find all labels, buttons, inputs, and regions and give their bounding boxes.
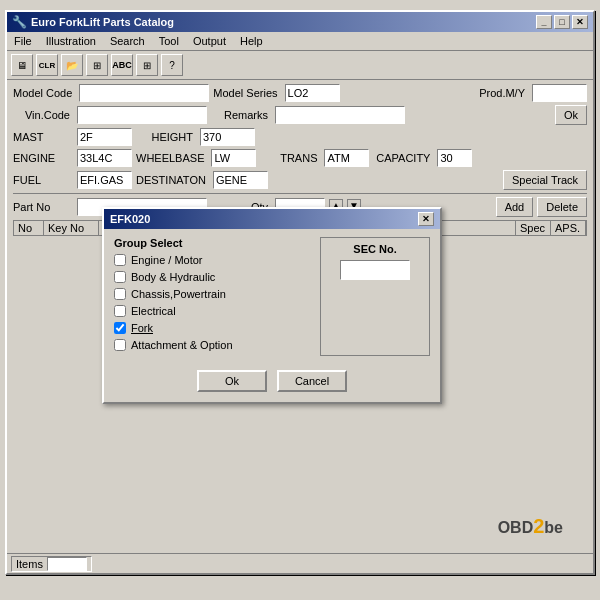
vin-code-label: Vin.Code [13,109,73,121]
menu-output[interactable]: Output [190,34,229,48]
toolbar-btn-grid2[interactable]: ⊞ [136,54,158,76]
menubar: File Illustration Search Tool Output Hel… [7,32,593,51]
menu-illustration[interactable]: Illustration [43,34,99,48]
dialog-body: Group Select Engine / Motor Body & Hydra… [104,229,440,364]
checkbox-chassis-input[interactable] [114,288,126,300]
prod-my-input[interactable] [532,84,587,102]
checkbox-chassis: Chassis,Powertrain [114,288,312,300]
dialog-footer: Ok Cancel [104,364,440,402]
logo-2: 2 [533,515,544,537]
checkbox-body-input[interactable] [114,271,126,283]
obd-logo: OBD2be [498,515,563,538]
group-select-panel: Group Select Engine / Motor Body & Hydra… [114,237,312,356]
checkbox-attachment: Attachment & Option [114,339,312,351]
fuel-input[interactable] [77,171,132,189]
maximize-button[interactable]: □ [554,15,570,29]
toolbar-btn-open[interactable]: 📂 [61,54,83,76]
capacity-label: CAPACITY [373,152,433,164]
group-select-label: Group Select [114,237,312,249]
form-row-3: MAST HEIGHT [13,128,587,146]
toolbar-btn-abc[interactable]: ABC [111,54,133,76]
model-code-input[interactable] [79,84,209,102]
trans-label: TRANS [260,152,320,164]
ok-button[interactable]: Ok [555,105,587,125]
col-spec: Spec [516,221,551,235]
checkbox-electrical-input[interactable] [114,305,126,317]
checkbox-chassis-label: Chassis,Powertrain [131,288,226,300]
vin-code-input[interactable] [77,106,207,124]
prod-my-label: Prod.M/Y [468,87,528,99]
remarks-label: Remarks [211,109,271,121]
model-code-label: Model Code [13,87,75,99]
wheelbase-input[interactable] [211,149,256,167]
mast-input[interactable] [77,128,132,146]
engine-label: ENGINE [13,152,73,164]
checkbox-body: Body & Hydraulic [114,271,312,283]
wheelbase-label: WHEELBASE [136,152,207,164]
col-no: No [14,221,44,235]
logo-obd: OBD [498,519,534,536]
checkbox-electrical-label: Electrical [131,305,176,317]
dialog-title-bar: EFK020 ✕ [104,209,440,229]
sec-no-input[interactable] [340,260,410,280]
items-status: Items [11,556,92,572]
checkbox-fork: Fork [114,322,312,334]
checkbox-engine: Engine / Motor [114,254,312,266]
remarks-input[interactable] [275,106,405,124]
special-track-button[interactable]: Special Track [503,170,587,190]
height-label: HEIGHT [136,131,196,143]
minimize-button[interactable]: _ [536,15,552,29]
window-title: Euro ForkLift Parts Catalog [31,16,174,28]
col-key-no: Key No [44,221,99,235]
sec-no-label: SEC No. [326,243,424,255]
model-series-input[interactable] [285,84,340,102]
form-row-1: Model Code Model Series Prod.M/Y [13,84,587,102]
form-row-5: FUEL DESTINATON Special Track [13,170,587,190]
form-row-4: ENGINE WHEELBASE TRANS CAPACITY [13,149,587,167]
destination-input[interactable] [213,171,268,189]
title-bar: 🔧 Euro ForkLift Parts Catalog _ □ ✕ [7,12,593,32]
dialog-efk020: EFK020 ✕ Group Select Engine / Motor Bod… [102,207,442,404]
delete-button[interactable]: Delete [537,197,587,217]
col-aps: APS. [551,221,586,235]
checkbox-attachment-label: Attachment & Option [131,339,233,351]
fuel-label: FUEL [13,174,73,186]
menu-file[interactable]: File [11,34,35,48]
engine-input[interactable] [77,149,132,167]
toolbar-btn-help[interactable]: ? [161,54,183,76]
checkbox-engine-input[interactable] [114,254,126,266]
part-no-label: Part No [13,201,73,213]
menu-search[interactable]: Search [107,34,148,48]
destination-label: DESTINATON [136,174,209,186]
add-button[interactable]: Add [496,197,534,217]
checkbox-attachment-input[interactable] [114,339,126,351]
dialog-close-button[interactable]: ✕ [418,212,434,226]
items-input[interactable] [47,557,87,571]
checkbox-fork-input[interactable] [114,322,126,334]
dialog-ok-button[interactable]: Ok [197,370,267,392]
mast-label: MAST [13,131,73,143]
statusbar: Items [7,553,593,573]
window-controls: _ □ ✕ [536,15,588,29]
sec-no-panel: SEC No. [320,237,430,356]
menu-tool[interactable]: Tool [156,34,182,48]
form-row-2: Vin.Code Remarks Ok [13,105,587,125]
capacity-input[interactable] [437,149,472,167]
model-series-label: Model Series [213,87,280,99]
toolbar-btn-clr[interactable]: CLR [36,54,58,76]
menu-help[interactable]: Help [237,34,266,48]
checkbox-electrical: Electrical [114,305,312,317]
items-label: Items [16,558,43,570]
close-button[interactable]: ✕ [572,15,588,29]
dialog-cancel-button[interactable]: Cancel [277,370,347,392]
toolbar-btn-grid[interactable]: ⊞ [86,54,108,76]
toolbar: 🖥 CLR 📂 ⊞ ABC ⊞ ? [7,51,593,80]
toolbar-btn-1[interactable]: 🖥 [11,54,33,76]
height-input[interactable] [200,128,255,146]
checkbox-engine-label: Engine / Motor [131,254,203,266]
trans-input[interactable] [324,149,369,167]
checkbox-fork-label: Fork [131,322,153,334]
checkbox-body-label: Body & Hydraulic [131,271,215,283]
logo-be: be [544,519,563,536]
dialog-title-text: EFK020 [110,213,150,225]
